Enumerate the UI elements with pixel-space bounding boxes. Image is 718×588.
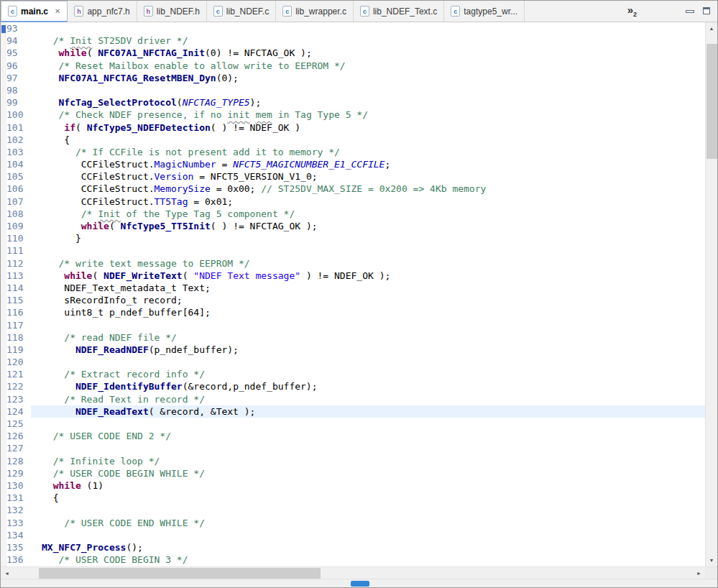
line-number[interactable]: 105 xyxy=(6,170,31,183)
line-number[interactable]: 128 xyxy=(6,455,31,467)
line-number[interactable]: 102 xyxy=(6,134,31,146)
code-line[interactable]: NfcTag_SelectProtocol(NFCTAG_TYPE5); xyxy=(31,96,705,109)
vertical-scroll-track[interactable] xyxy=(706,35,717,554)
line-number[interactable]: 98 xyxy=(6,84,31,96)
scroll-up-arrow-icon[interactable]: ▲ xyxy=(706,22,717,35)
line-number[interactable]: 130 xyxy=(6,479,31,492)
line-number[interactable]: 101 xyxy=(6,121,31,134)
code-line[interactable] xyxy=(31,22,705,35)
scroll-down-arrow-icon[interactable]: ▼ xyxy=(706,554,717,566)
tab-lib-ndef-h[interactable]: hlib_NDEF.h xyxy=(137,1,207,22)
line-number[interactable]: 107 xyxy=(6,196,31,208)
line-number[interactable]: 129 xyxy=(6,467,31,479)
line-number[interactable]: 100 xyxy=(6,109,31,121)
code-line[interactable] xyxy=(31,319,705,331)
line-number[interactable]: 104 xyxy=(6,158,31,170)
code-editor[interactable]: /* Init ST25DV driver */ while( NFC07A1_… xyxy=(31,22,705,566)
code-line[interactable]: { xyxy=(31,134,705,146)
code-line[interactable]: /* USER CODE END WHILE */ xyxy=(31,517,705,529)
line-number[interactable]: 109 xyxy=(6,220,31,232)
line-number[interactable]: 96 xyxy=(6,60,31,72)
horizontal-scrollbar[interactable]: ◄ ► xyxy=(1,567,705,579)
code-line[interactable]: NDEF_Text_metadata_t Text; xyxy=(31,282,705,294)
tab-overflow-button[interactable]: »2 xyxy=(627,4,637,18)
line-number[interactable]: 97 xyxy=(6,72,31,84)
code-line[interactable]: /* Init of the Type Tag 5 component */ xyxy=(31,208,705,220)
line-number-ruler[interactable]: 9394959697989910010110210310410510610710… xyxy=(6,22,31,566)
line-number[interactable]: 103 xyxy=(6,146,31,158)
code-line[interactable] xyxy=(31,529,705,541)
line-number[interactable]: 119 xyxy=(6,344,31,356)
code-line[interactable]: /* Check NDEF presence, if no init mem i… xyxy=(31,109,705,121)
line-number[interactable]: 123 xyxy=(6,393,31,405)
code-line[interactable]: uint8_t p_ndef_buffer[64]; xyxy=(31,306,705,318)
line-number[interactable]: 136 xyxy=(6,553,31,566)
code-line[interactable]: NFC07A1_NFCTAG_ResetMBEN_Dyn(0); xyxy=(31,72,705,84)
line-number[interactable]: 114 xyxy=(6,282,31,294)
code-line[interactable]: MX_NFC7_Process(); xyxy=(31,541,705,553)
code-line[interactable]: CCFileStruct.MemorySize = 0x00; // ST25D… xyxy=(31,183,705,195)
code-line[interactable]: /* Reset Mailbox enable to allow write t… xyxy=(31,60,705,72)
line-number[interactable]: 113 xyxy=(6,270,31,282)
line-number[interactable]: 135 xyxy=(6,541,31,553)
code-line[interactable]: /* USER CODE BEGIN WHILE */ xyxy=(31,467,705,479)
tab-lib-ndef-text-c[interactable]: clib_NDEF_Text.c xyxy=(354,1,444,22)
horizontal-scroll-thumb[interactable] xyxy=(39,568,321,579)
scroll-left-arrow-icon[interactable]: ◄ xyxy=(1,567,13,579)
horizontal-scroll-track[interactable] xyxy=(13,567,693,579)
code-line[interactable]: while (1) xyxy=(31,479,705,492)
code-line[interactable]: /* Infinite loop */ xyxy=(31,455,705,467)
line-number[interactable]: 108 xyxy=(6,208,31,220)
annotation-marker[interactable] xyxy=(1,25,6,33)
maximize-icon[interactable] xyxy=(701,6,712,16)
line-number[interactable]: 124 xyxy=(6,405,31,418)
line-number[interactable]: 117 xyxy=(6,319,31,331)
line-number[interactable]: 118 xyxy=(6,331,31,344)
line-number[interactable]: 122 xyxy=(6,380,31,392)
code-line[interactable]: sRecordInfo_t record; xyxy=(31,294,705,306)
line-number[interactable]: 116 xyxy=(6,306,31,318)
code-line[interactable]: NDEF_ReadNDEF(p_ndef_buffer); xyxy=(31,344,705,356)
line-number[interactable]: 126 xyxy=(6,430,31,442)
code-line[interactable]: /* USER CODE END 2 */ xyxy=(31,430,705,442)
line-number[interactable]: 125 xyxy=(6,418,31,430)
line-number[interactable]: 112 xyxy=(6,257,31,270)
code-line[interactable]: /* read NDEF file */ xyxy=(31,331,705,344)
line-number[interactable]: 133 xyxy=(6,517,31,529)
code-line[interactable]: /* write text message to EEPROM */ xyxy=(31,257,705,270)
code-line[interactable] xyxy=(31,84,705,96)
code-line[interactable] xyxy=(31,418,705,430)
code-line[interactable]: NDEF_IdentifyBuffer(&record,p_ndef_buffe… xyxy=(31,380,705,392)
code-line[interactable]: /* Init ST25DV driver */ xyxy=(31,35,705,47)
line-number[interactable]: 131 xyxy=(6,492,31,504)
line-number[interactable]: 99 xyxy=(6,96,31,109)
code-line[interactable] xyxy=(31,356,705,368)
code-line[interactable]: /* Read Text in record */ xyxy=(31,393,705,405)
line-number[interactable]: 110 xyxy=(6,232,31,244)
vertical-scrollbar[interactable]: ▲ ▼ xyxy=(705,22,717,566)
code-line[interactable]: CCFileStruct.Version = NFCT5_VERSION_V1_… xyxy=(31,170,705,183)
code-line[interactable] xyxy=(31,442,705,454)
code-line[interactable] xyxy=(31,244,705,257)
line-number[interactable]: 106 xyxy=(6,183,31,195)
line-number[interactable]: 94 xyxy=(6,35,31,47)
code-line[interactable]: CCFileStruct.TT5Tag = 0x01; xyxy=(31,196,705,208)
annotation-ruler[interactable] xyxy=(1,22,6,566)
line-number[interactable]: 134 xyxy=(6,529,31,541)
line-number[interactable]: 111 xyxy=(6,244,31,257)
line-number[interactable]: 127 xyxy=(6,442,31,454)
line-number[interactable]: 132 xyxy=(6,504,31,516)
code-line[interactable]: while( NfcType5_TT5Init( ) != NFCTAG_OK … xyxy=(31,220,705,232)
bottom-scroll-indicator[interactable] xyxy=(351,581,369,587)
line-number[interactable]: 95 xyxy=(6,47,31,59)
code-line[interactable]: while( NFC07A1_NFCTAG_Init(0) != NFCTAG_… xyxy=(31,47,705,59)
code-line[interactable]: NDEF_ReadText( &record, &Text ); xyxy=(31,405,705,418)
tab-lib-ndef-c[interactable]: clib_NDEF.c xyxy=(207,1,276,22)
vertical-scroll-thumb[interactable] xyxy=(707,44,717,159)
tab-tagtype5-wr[interactable]: ctagtype5_wr... xyxy=(444,1,525,22)
line-number[interactable]: 121 xyxy=(6,368,31,380)
code-line[interactable]: { xyxy=(31,492,705,504)
tab-app-nfc7-h[interactable]: happ_nfc7.h xyxy=(68,1,137,22)
line-number[interactable]: 93 xyxy=(6,22,31,35)
scroll-right-arrow-icon[interactable]: ► xyxy=(693,567,705,579)
